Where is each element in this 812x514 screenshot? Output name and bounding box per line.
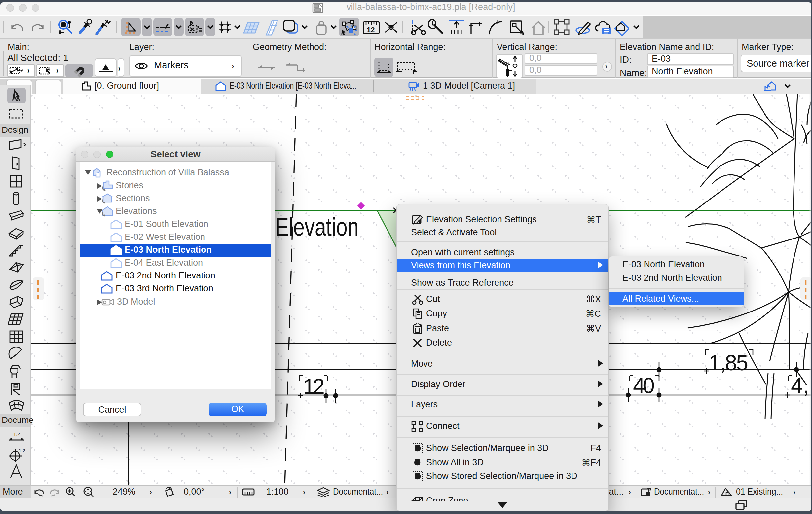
svg-text:12: 12 [367,26,375,34]
svg-text:1.2: 1.2 [13,431,20,437]
svg-text:12: 12 [303,374,325,399]
svg-text:1,85: 1,85 [708,350,748,375]
svg-text:40: 40 [633,373,655,398]
svg-text:Elevation: Elevation [275,213,359,241]
svg-text:1.2: 1.2 [19,448,25,453]
